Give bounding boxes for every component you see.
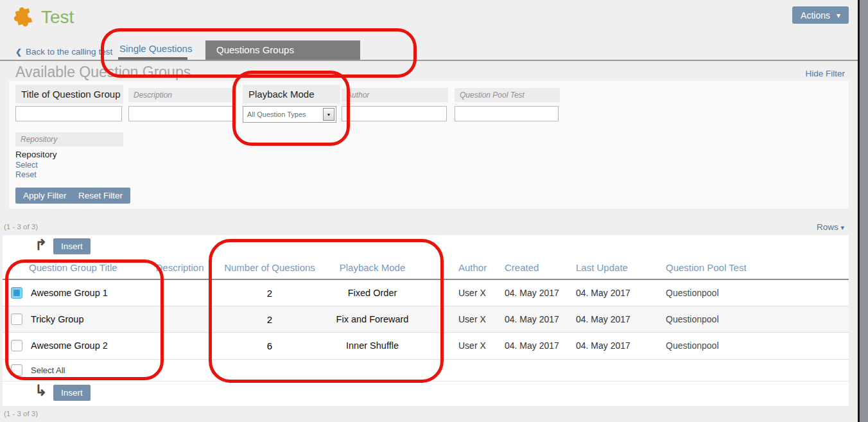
insert-bottom-button[interactable]: Insert xyxy=(53,385,91,401)
col-created[interactable]: Created xyxy=(505,257,539,279)
table-row: Awesome Group 1 2 Fixed Order User X 04.… xyxy=(3,280,849,306)
caret-down-icon: ▾ xyxy=(840,224,844,231)
select-all-label: Select All xyxy=(31,360,65,382)
filter-label-title: Title of Question Group xyxy=(15,85,123,103)
row-question-pool: Questionpool xyxy=(666,306,719,333)
row-checkbox-2[interactable] xyxy=(11,340,22,351)
row-num-questions: 2 xyxy=(212,306,327,333)
table-toolbar-top: ↱ Insert xyxy=(3,235,849,257)
nav-divider xyxy=(0,60,858,61)
chevron-left-icon: ❮ xyxy=(15,48,22,57)
actions-label: Actions xyxy=(801,10,830,21)
rows-dropdown[interactable]: Rows ▾ xyxy=(817,222,844,232)
row-playback-mode: Fixed Order xyxy=(315,280,430,306)
filter-input-author[interactable] xyxy=(342,106,447,121)
row-last-update: 04. May 2017 xyxy=(576,333,630,359)
col-author[interactable]: Author xyxy=(458,257,487,279)
back-link-label: Back to the calling test xyxy=(26,47,112,57)
filter-label-question-pool-test: Question Pool Test xyxy=(455,88,560,102)
col-last-update[interactable]: Last Update xyxy=(576,257,628,279)
row-title: Tricky Group xyxy=(31,306,83,333)
filter-input-description[interactable] xyxy=(128,106,235,121)
repository-select-link[interactable]: Select xyxy=(15,161,38,170)
playback-mode-select[interactable]: All Question Types ▼ xyxy=(243,106,336,123)
table-row: Awesome Group 2 6 Inner Shuffle User X 0… xyxy=(3,333,849,360)
question-groups-table: ↱ Insert Question Group Title Descriptio… xyxy=(3,235,849,406)
select-all-row: Select All xyxy=(3,360,849,382)
reset-filter-button[interactable]: Reset Filter xyxy=(71,188,130,204)
row-question-pool: Questionpool xyxy=(666,280,719,306)
col-number-of-questions[interactable]: Number of Questions xyxy=(212,257,327,279)
row-num-questions: 2 xyxy=(212,280,327,306)
select-arrow-icon[interactable]: ▼ xyxy=(323,108,334,121)
filter-label-author: Author xyxy=(342,88,448,102)
table-header-row: Question Group Title Description Number … xyxy=(3,257,849,280)
repository-reset-link[interactable]: Reset xyxy=(15,170,37,179)
row-num-questions: 6 xyxy=(212,333,327,359)
puzzle-icon xyxy=(10,5,35,31)
arrow-down-right-icon: ↳ xyxy=(35,382,47,400)
page-title: Available Question Groups xyxy=(15,64,191,81)
filter-input-question-pool-test[interactable] xyxy=(455,106,559,121)
col-description[interactable]: Description xyxy=(154,257,205,279)
row-checkbox-1[interactable] xyxy=(11,313,22,325)
repository-value: Repository xyxy=(15,150,57,159)
filter-input-title[interactable] xyxy=(15,106,122,121)
col-playback-mode[interactable]: Playback Mode xyxy=(315,257,430,279)
result-range-bottom: (1 - 3 of 3) xyxy=(4,410,38,418)
caret-down-icon: ▾ xyxy=(837,11,840,20)
app-window: Test Actions ▾ ❮Back to the calling test… xyxy=(0,0,868,422)
col-question-pool-test[interactable]: Question Pool Test xyxy=(666,257,747,279)
col-question-group-title[interactable]: Question Group Title xyxy=(29,257,117,279)
actions-button[interactable]: Actions ▾ xyxy=(792,6,849,24)
row-author: User X xyxy=(458,333,486,359)
rows-label: Rows xyxy=(817,222,838,232)
apply-filter-button[interactable]: Apply Filter xyxy=(15,188,74,204)
row-title: Awesome Group 2 xyxy=(31,333,108,359)
row-author: User X xyxy=(458,306,486,333)
insert-top-button[interactable]: Insert xyxy=(53,238,91,254)
row-last-update: 04. May 2017 xyxy=(576,306,630,333)
tab-questions-groups[interactable]: Questions Groups xyxy=(205,40,360,60)
filter-label-description: Description xyxy=(128,88,236,102)
playback-mode-selected-value: All Question Types xyxy=(247,110,306,118)
row-checkbox-0[interactable] xyxy=(11,287,22,299)
result-range-top: (1 - 3 of 3) xyxy=(4,223,38,231)
window-edge-strip xyxy=(858,0,868,422)
table-row: Tricky Group 2 Fix and Foreward User X 0… xyxy=(3,306,849,333)
arrow-up-right-icon: ↱ xyxy=(35,236,47,254)
table-toolbar-bottom: ↳ Insert xyxy=(3,382,849,406)
filter-label-playback-mode: Playback Mode xyxy=(243,85,340,103)
filter-panel: Title of Question Group Description Play… xyxy=(9,81,849,209)
hide-filter-link[interactable]: Hide Filter xyxy=(805,69,845,78)
row-playback-mode: Fix and Foreward xyxy=(315,306,430,333)
row-last-update: 04. May 2017 xyxy=(576,280,630,306)
select-all-checkbox[interactable] xyxy=(11,364,22,376)
row-question-pool: Questionpool xyxy=(666,333,719,359)
page-header-title: Test xyxy=(41,7,74,28)
row-created: 04. May 2017 xyxy=(505,306,559,333)
row-created: 04. May 2017 xyxy=(505,333,559,359)
row-author: User X xyxy=(458,280,486,306)
filter-label-repository: Repository xyxy=(15,132,123,146)
row-playback-mode: Inner Shuffle xyxy=(315,333,430,359)
tab-single-questions[interactable]: Single Questions xyxy=(119,43,192,54)
back-to-test-link[interactable]: ❮Back to the calling test xyxy=(15,47,112,57)
row-title: Awesome Group 1 xyxy=(31,280,108,306)
row-created: 04. May 2017 xyxy=(505,280,559,306)
